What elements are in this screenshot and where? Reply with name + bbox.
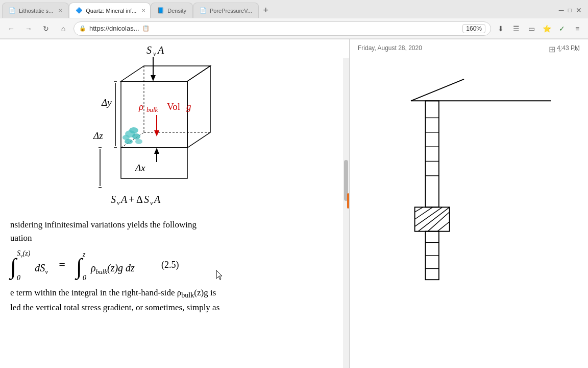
- tab-density[interactable]: 📘 Density: [151, 3, 193, 18]
- notes-more-options[interactable]: ···: [573, 45, 580, 55]
- notes-date: Friday, August 28, 2020: [358, 44, 422, 52]
- svg-point-20: [132, 133, 140, 140]
- svg-text:A: A: [120, 194, 128, 205]
- zoom-level[interactable]: 160%: [462, 24, 485, 33]
- new-tab-button[interactable]: +: [259, 3, 273, 17]
- svg-marker-16: [154, 130, 159, 136]
- pdf-pane: S v A: [0, 39, 350, 368]
- maximize-button[interactable]: □: [568, 7, 572, 14]
- minimize-button[interactable]: ─: [559, 6, 564, 14]
- svg-text:v: v: [117, 199, 120, 206]
- svg-marker-4: [151, 75, 156, 81]
- math-formula: ∫ Sv(z) 0 dSv = ∫ z 0: [10, 254, 179, 276]
- svg-text:Δy: Δy: [101, 97, 112, 108]
- stress-diagram: S v A: [60, 44, 289, 218]
- svg-text:ρ: ρ: [138, 101, 143, 112]
- nav-actions: ⬇ ☰ ▭ ⭐ ✓ ≡: [494, 22, 584, 35]
- tab-label-density: Density: [167, 8, 186, 14]
- svg-text:A: A: [153, 194, 161, 205]
- tab-close-quartz[interactable]: ✕: [141, 8, 145, 13]
- svg-line-57: [437, 222, 450, 232]
- pdf-content[interactable]: S v A: [0, 39, 349, 368]
- share-icon[interactable]: ✓: [555, 22, 569, 35]
- forward-button[interactable]: →: [21, 21, 36, 36]
- svg-marker-6: [121, 66, 210, 81]
- tab-lithostatic[interactable]: 📄 Lithostatic s... ✕: [2, 3, 69, 18]
- svg-point-24: [135, 139, 142, 144]
- reader-mode-icon[interactable]: ▭: [525, 22, 538, 35]
- notes-header: Friday, August 28, 2020 4:43 PM: [358, 44, 580, 52]
- lock-icon: 🔒: [79, 25, 86, 32]
- diagram-container: S v A: [0, 39, 349, 218]
- downloads-icon[interactable]: ⬇: [494, 22, 507, 35]
- url-text: https://dnicolas...: [89, 25, 139, 32]
- tab-favicon-quartz: 🔷: [76, 7, 83, 14]
- main-area: S v A: [0, 39, 588, 368]
- svg-text:Δx: Δx: [135, 163, 145, 173]
- tab-bar: 📄 Lithostatic s... ✕ 🔷 Quartz: Mineral i…: [0, 0, 588, 18]
- svg-text:bulk: bulk: [146, 106, 158, 113]
- svg-text:S: S: [144, 194, 149, 205]
- notes-sketch: [358, 66, 580, 368]
- svg-text:S: S: [111, 194, 116, 205]
- svg-rect-34: [121, 148, 187, 178]
- svg-text:+: +: [129, 194, 134, 205]
- more-options-icon[interactable]: ≡: [571, 22, 584, 35]
- equation-number: (2.5): [161, 260, 179, 270]
- tab-favicon-pp: 📄: [200, 7, 207, 14]
- svg-rect-5: [121, 81, 187, 148]
- reading-list-icon[interactable]: ☰: [509, 22, 523, 35]
- svg-text:Δz: Δz: [93, 130, 103, 141]
- svg-text:g: g: [186, 101, 191, 112]
- refresh-button[interactable]: ↻: [39, 21, 53, 36]
- svg-text:v: v: [153, 50, 156, 57]
- svg-line-53: [415, 207, 433, 219]
- home-button[interactable]: ⌂: [56, 21, 70, 36]
- svg-point-23: [125, 139, 133, 144]
- notes-pane: Friday, August 28, 2020 4:43 PM ··· ⊞ ⌄: [350, 39, 588, 368]
- svg-text:Vol: Vol: [167, 101, 180, 112]
- tab-close-lithostatic[interactable]: ✕: [58, 8, 62, 13]
- svg-text:S: S: [146, 44, 152, 56]
- text-line1: nsidering infinitesimal variations yield…: [10, 218, 339, 232]
- scroll-position-indicator: [347, 193, 349, 209]
- svg-line-55: [418, 207, 449, 231]
- text-line2: uation: [10, 232, 339, 245]
- text-line3: e term within the integral in the right-…: [10, 286, 339, 301]
- pdf-text-block1: nsidering infinitesimal variations yield…: [0, 218, 349, 244]
- notes-grid-view-icon[interactable]: ⊞: [549, 44, 555, 54]
- tab-favicon: 📄: [9, 7, 16, 14]
- svg-rect-45: [425, 101, 438, 207]
- tab-porepressure[interactable]: 📄 PorePressureV...: [193, 3, 259, 18]
- tab-label: Lithostatic s...: [19, 8, 53, 14]
- browser-chrome: 📄 Lithostatic s... ✕ 🔷 Quartz: Mineral i…: [0, 0, 588, 39]
- formula-container: ∫ Sv(z) 0 dSv = ∫ z 0: [0, 248, 349, 281]
- notes-view-options: ⊞ ⌄: [549, 44, 562, 54]
- svg-text:Δ: Δ: [136, 194, 143, 205]
- tab-label-pp: PorePressureV...: [210, 8, 252, 14]
- bookmark-icon[interactable]: ⭐: [540, 22, 553, 35]
- pdf-text-block2: e term within the integral in the right-…: [0, 286, 349, 314]
- address-bar[interactable]: 🔒 https://dnicolas... 📋 160%: [74, 21, 491, 36]
- svg-line-52: [415, 207, 423, 212]
- pdf-scrollbar[interactable]: [343, 58, 349, 368]
- svg-point-22: [129, 127, 138, 133]
- tab-label-quartz: Quartz: Mineral inf...: [86, 8, 136, 14]
- copy-url-icon[interactable]: 📋: [142, 25, 150, 32]
- svg-marker-18: [154, 148, 159, 154]
- tab-favicon-density: 📘: [157, 7, 164, 14]
- navigation-bar: ← → ↻ ⌂ 🔒 https://dnicolas... 📋 160% ⬇ ☰…: [0, 18, 588, 39]
- svg-text:A: A: [157, 44, 164, 56]
- tab-quartz[interactable]: 🔷 Quartz: Mineral inf... ✕: [69, 3, 151, 18]
- close-button[interactable]: ✕: [576, 6, 582, 14]
- notes-chevron-icon[interactable]: ⌄: [557, 46, 562, 53]
- text-line4: led the vertical total stress gradient, …: [10, 301, 339, 314]
- back-button[interactable]: ←: [4, 21, 18, 36]
- svg-line-43: [411, 79, 464, 101]
- svg-text:v: v: [150, 199, 153, 206]
